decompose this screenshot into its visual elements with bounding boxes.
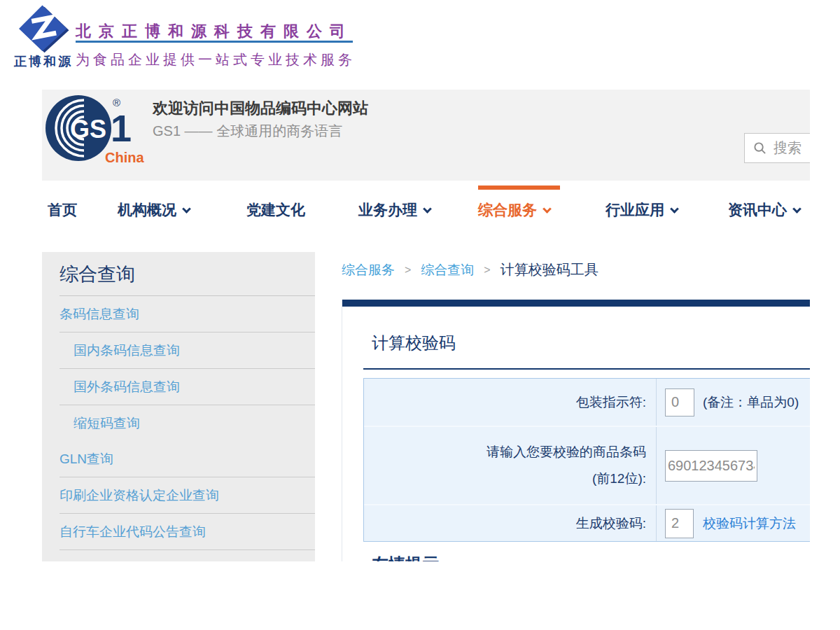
gs1-site-screenshot: GS 1 ® China 欢迎访问中国物品编码中心网站 GS1 —— 全球通用的…	[42, 90, 810, 561]
sidebar-item-printing-company[interactable]: 印刷企业资格认定企业查询	[59, 477, 315, 514]
barcode-label: 请输入您要校验的商品条码 (前12位):	[364, 427, 657, 504]
sidebar-item-gln-query[interactable]: GLN查询	[59, 441, 315, 477]
welcome-title: 欢迎访问中国物品编码中心网站	[153, 98, 368, 119]
gs1-logo-gs-text: GS	[70, 115, 106, 144]
registered-mark: ®	[113, 97, 120, 108]
company-header: 正博和源 北京正博和源科技有限公司 为食品企业提供一站式专业技术服务	[0, 0, 840, 83]
chevron-down-icon	[182, 204, 191, 214]
sidebar-item-foreign-barcode[interactable]: 国外条码信息查询	[59, 369, 315, 405]
chevron-down-icon	[423, 204, 432, 214]
active-tab-indicator	[478, 186, 560, 190]
package-indicator-note: (备注：单品为0)	[703, 393, 799, 412]
sidebar-item-bicycle-code[interactable]: 自行车企业代码公告查询	[59, 514, 315, 550]
company-logo-caption: 正博和源	[8, 53, 78, 70]
sidebar: 综合查询 条码信息查询 国内条码信息查询 国外条码信息查询 缩短码查询 GLN查…	[42, 252, 315, 561]
calculation-method-link[interactable]: 校验码计算方法	[703, 514, 796, 533]
gs1-china-logo[interactable]: GS 1 ® China	[45, 94, 151, 165]
gs1-logo-one-text: 1	[111, 107, 132, 149]
sidebar-item-short-code[interactable]: 缩短码查询	[59, 405, 315, 441]
package-indicator-input[interactable]	[665, 388, 694, 416]
chevron-down-icon	[670, 204, 679, 214]
zhengbo-logo-icon	[17, 4, 70, 53]
panel-top-bar	[342, 300, 810, 307]
content-panel: 计算校验码 包装指示符: (备注：单品为0) 请输入您要校验的商品条码 (前12…	[342, 300, 810, 561]
sidebar-item-barcode-terms[interactable]: 条码术语查询	[59, 550, 315, 561]
chevron-down-icon	[792, 204, 802, 214]
site-header: GS 1 ® China 欢迎访问中国物品编码中心网站 GS1 —— 全球通用的…	[42, 90, 810, 181]
main-nav: 首页 机构概况 党建文化 业务办理 综合服务 行业应用 资讯中心	[42, 181, 810, 239]
form-row-barcode: 请输入您要校验的商品条码 (前12位):	[364, 426, 810, 504]
breadcrumb: 综合服务 > 综合查询 > 计算校验码工具	[342, 260, 598, 279]
search-icon	[753, 141, 766, 155]
nav-item-industry[interactable]: 行业应用	[606, 200, 678, 220]
breadcrumb-query[interactable]: 综合查询	[421, 261, 474, 279]
title-underline	[363, 368, 810, 370]
check-digit-form: 包装指示符: (备注：单品为0) 请输入您要校验的商品条码 (前12位):	[363, 378, 810, 542]
check-digit-output[interactable]	[665, 509, 694, 538]
gs1-logo-china-text: China	[105, 150, 144, 165]
search-box[interactable]	[744, 133, 810, 163]
sidebar-title: 综合查询	[59, 252, 315, 296]
welcome-subtitle: GS1 —— 全球通用的商务语言	[153, 122, 342, 141]
tips-heading-clipped: 友情提示	[372, 553, 439, 561]
company-name: 北京正博和源科技有限公司	[76, 21, 353, 42]
package-indicator-label: 包装指示符:	[364, 379, 657, 426]
search-input[interactable]	[774, 140, 810, 156]
nav-item-about[interactable]: 机构概况	[118, 200, 190, 220]
breadcrumb-separator: >	[405, 264, 411, 276]
nav-item-party[interactable]: 党建文化	[246, 200, 305, 220]
page-title: 计算校验码	[372, 332, 810, 354]
breadcrumb-services[interactable]: 综合服务	[342, 261, 395, 279]
breadcrumb-separator: >	[484, 264, 490, 276]
barcode-input[interactable]	[665, 450, 757, 482]
nav-item-services[interactable]: 综合服务	[478, 200, 550, 220]
chevron-down-icon	[542, 204, 552, 214]
nav-item-business[interactable]: 业务办理	[358, 200, 430, 220]
form-row-package-indicator: 包装指示符: (备注：单品为0)	[364, 379, 810, 426]
company-underline	[76, 41, 353, 43]
company-slogan: 为食品企业提供一站式专业技术服务	[76, 50, 356, 69]
check-digit-label: 生成校验码:	[364, 505, 657, 541]
nav-item-news[interactable]: 资讯中心	[728, 200, 800, 220]
nav-item-home[interactable]: 首页	[48, 200, 77, 220]
breadcrumb-current-page: 计算校验码工具	[500, 260, 598, 279]
sidebar-item-barcode-info[interactable]: 条码信息查询	[59, 296, 315, 332]
sidebar-item-domestic-barcode[interactable]: 国内条码信息查询	[59, 332, 315, 369]
form-row-check-digit: 生成校验码: 校验码计算方法	[364, 504, 810, 541]
